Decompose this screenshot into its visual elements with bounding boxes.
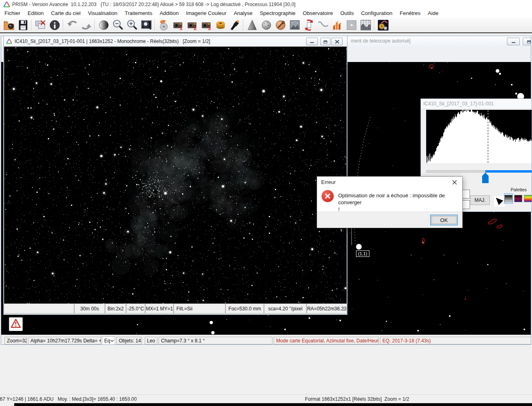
minimize-button[interactable] xyxy=(507,38,520,45)
palette-red-purple[interactable] xyxy=(514,195,522,202)
palette-option[interactable] xyxy=(504,193,513,204)
toolbar-separator xyxy=(63,19,64,31)
menu-item-outils[interactable]: Outils xyxy=(337,9,357,18)
camera-1-icon[interactable]: 1 xyxy=(171,19,185,32)
image-window-title: IC410_Sii_[2017_03_17]-01-001 | 1663x125… xyxy=(15,38,210,44)
update-button[interactable]: MAJ. xyxy=(470,195,490,205)
image-info-icon[interactable] xyxy=(47,19,62,32)
error-dialog-title: Erreur xyxy=(321,179,336,185)
refresh-rotate-icon[interactable] xyxy=(302,19,316,32)
save-image-icon[interactable] xyxy=(16,19,30,32)
image-window: IC410_Sii_[2017_03_17]-01-001 | 1663x125… xyxy=(3,36,348,315)
taskbar-edge[interactable] xyxy=(14,403,532,406)
menu-bar: FichierEditionCarte du cielVisualisation… xyxy=(0,9,532,18)
menu-item-addition[interactable]: Addition xyxy=(156,9,182,18)
toolbar-separator xyxy=(374,19,375,31)
error-message: Optimisation de noir a échoué : impossib… xyxy=(338,192,459,213)
laser-focuser-icon[interactable] xyxy=(227,19,242,32)
zoom-out-icon[interactable] xyxy=(111,19,125,32)
menu-item-fen-tres[interactable]: Fenêtres xyxy=(396,9,424,18)
sky-status-segment: EQ. 2017-3-18 (7.43s) xyxy=(380,337,531,344)
menu-item-traitements[interactable]: Traitements xyxy=(121,9,156,18)
warning-alert-button[interactable] xyxy=(9,317,23,331)
prism-application: PRISM - Version Avancée 10.1.22.203 {TU … xyxy=(0,0,532,406)
image-window-titlebar[interactable]: IC410_Sii_[2017_03_17]-01-001 | 1663x125… xyxy=(4,36,347,47)
close-icon[interactable] xyxy=(451,179,458,186)
image-status-segment: 30m 00s xyxy=(74,303,105,314)
palette-option[interactable] xyxy=(524,194,532,203)
error-dialog-footer: OK xyxy=(317,212,462,228)
statusbar-divider xyxy=(128,395,128,403)
open-image-icon[interactable] xyxy=(2,19,16,32)
ok-button[interactable]: OK xyxy=(430,215,458,225)
menu-item-spectrographie[interactable]: Spectrographie xyxy=(256,9,299,18)
menu-item-carte-du-ciel[interactable]: Carte du ciel xyxy=(47,9,84,18)
app-titlebar[interactable]: PRISM - Version Avancée 10.1.22.203 {TU … xyxy=(0,0,532,9)
screen-frame-icon[interactable] xyxy=(344,19,358,32)
error-dialog-titlebar[interactable]: Erreur xyxy=(317,177,462,188)
astro-image-canvas[interactable] xyxy=(4,47,347,303)
menu-item-observatoire[interactable]: Observatoire xyxy=(299,9,337,18)
threshold-sphere-icon[interactable] xyxy=(97,19,111,32)
planet-sphere-icon[interactable] xyxy=(259,19,273,32)
resize-grip[interactable] xyxy=(341,306,346,313)
automation-gears-icon[interactable] xyxy=(376,19,390,32)
zoom-in-icon[interactable] xyxy=(125,19,139,32)
sky-chart-statusbar: Zoom=32Alpha= 10h27m17.729s Delta= +22°1… xyxy=(1,335,531,345)
palettes-label: Palettes xyxy=(504,187,532,192)
minimize-button[interactable] xyxy=(306,38,318,45)
camera-2-icon[interactable]: 2 xyxy=(185,19,199,32)
menu-item-visualisation[interactable]: Visualisation xyxy=(84,9,121,18)
histogram-slider-handle[interactable] xyxy=(482,173,489,183)
prism-logo-icon xyxy=(3,1,10,9)
palette-grayscale[interactable] xyxy=(504,195,513,202)
histogram-3d-icon[interactable] xyxy=(330,19,344,32)
redo-icon[interactable] xyxy=(79,19,93,32)
restore-button[interactable] xyxy=(523,38,531,45)
palettes-group: Palettes xyxy=(504,187,532,212)
histogram-title: IC410_Sii_[2017_03_17]-01-001 xyxy=(423,101,493,107)
toolbar-separator xyxy=(31,19,32,31)
histogram-slider-fill[interactable] xyxy=(485,170,532,173)
sky-status-segment: Zoom=32 xyxy=(4,337,27,344)
image-display-icon[interactable] xyxy=(287,19,302,32)
hand-gear-icon[interactable] xyxy=(157,19,171,32)
sky-status-segment: Mode carte Equatorial, Azimutal fixe, Da… xyxy=(274,337,379,344)
menu-item-aide[interactable]: Aide xyxy=(424,9,442,18)
filter-wheel-icon[interactable] xyxy=(213,19,227,32)
undo-icon[interactable] xyxy=(65,19,79,32)
sky-chart-title: ment de telescope autorisé] xyxy=(351,38,410,44)
histogram-slider-track[interactable] xyxy=(426,170,485,173)
app-statusbar: X=367 Y=1246 | 1661.6 ADU Moy. : Med.[3x… xyxy=(0,394,532,404)
error-circle-x-icon xyxy=(321,190,334,204)
sky-status-segment: Objets: 1410 xyxy=(116,337,142,344)
histogram-plot[interactable] xyxy=(426,110,532,163)
image-status-segment: RA=05h22m36.23 xyxy=(307,303,347,314)
pixel-readout: X=367 Y=1246 | 1661.6 ADU Moy. : Med.[3x… xyxy=(0,395,128,404)
spline-curve-icon[interactable] xyxy=(316,19,330,32)
menu-item-fichier[interactable]: Fichier xyxy=(1,9,24,18)
close-images-icon[interactable] xyxy=(33,19,47,32)
palette-rainbow[interactable] xyxy=(524,195,532,202)
restore-button[interactable] xyxy=(320,38,330,45)
image-status-segment: -25.0°C xyxy=(126,303,145,314)
close-button[interactable] xyxy=(331,38,343,45)
menu-item-configuration[interactable]: Configuration xyxy=(357,9,396,18)
dome-cone-icon[interactable] xyxy=(245,19,259,32)
histogram-cuts-icon[interactable] xyxy=(358,19,373,32)
image-status-segment: Filt.=Sii xyxy=(174,303,225,314)
menu-item-analyse[interactable]: Analyse xyxy=(230,9,256,18)
palette-row xyxy=(504,193,532,204)
coordinate-system-dropdown[interactable]: Eq xyxy=(102,336,115,345)
image-status-segment: Foc=530.0 mm xyxy=(225,303,264,314)
toolbar: 123 xyxy=(0,18,532,32)
menu-item-imagerie-couleur[interactable]: Imagerie Couleur xyxy=(182,9,230,18)
setup-wrench-icon[interactable] xyxy=(273,19,287,32)
black-arrow-tool[interactable] xyxy=(494,196,505,207)
menu-item-edition[interactable]: Edition xyxy=(24,9,47,18)
histogram-titlebar[interactable]: IC410_Sii_[2017_03_17]-01-001 xyxy=(421,99,532,108)
image-preview-icon[interactable] xyxy=(139,19,153,32)
image-status-segment: sca=4.20 "/pixel xyxy=(264,303,307,314)
camera-3-icon[interactable]: 3 xyxy=(199,19,213,32)
palette-option[interactable] xyxy=(514,194,522,203)
